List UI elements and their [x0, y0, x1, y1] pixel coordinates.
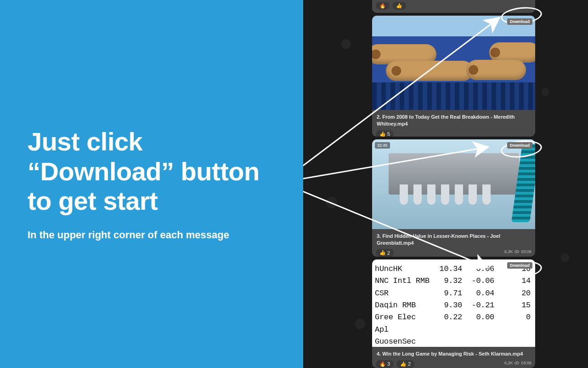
- message-meta: 6,3K 03:06: [504, 249, 531, 254]
- telegram-preview: 🔥 👍 Download 2. From 2008 to Today Get t…: [303, 0, 588, 368]
- reaction-count: 5: [387, 131, 390, 137]
- thumbs-up-icon: 👍: [379, 250, 386, 256]
- reaction-chip[interactable]: 👍 2: [396, 360, 414, 368]
- download-button[interactable]: Download: [507, 142, 532, 149]
- instruction-panel: Just click “Download” button to get star…: [0, 0, 303, 368]
- message-caption: 3. Find Hidden Value in Lesser-Known Pla…: [372, 229, 535, 249]
- reaction-count: 2: [387, 250, 390, 256]
- reaction-count: 2: [408, 361, 411, 367]
- reaction-chip[interactable]: 🔥: [376, 2, 390, 10]
- message-time: 03:06: [521, 249, 531, 254]
- video-duration: 32:45: [375, 142, 390, 149]
- reaction-chip[interactable]: 👍: [392, 2, 406, 10]
- chat-column: 🔥 👍 Download 2. From 2008 to Today Get t…: [372, 0, 535, 368]
- fire-icon: 🔥: [379, 361, 386, 367]
- video-thumbnail[interactable]: [372, 16, 535, 110]
- view-count: 6,3K: [504, 249, 513, 254]
- message-card: Download 2. From 2008 to Today Get the R…: [372, 16, 535, 137]
- view-count: 6,2K: [504, 361, 513, 365]
- download-button[interactable]: Download: [507, 262, 532, 269]
- subline: In the upper right corner of each messag…: [28, 229, 276, 241]
- message-caption: 2. From 2008 to Today Get the Real Break…: [372, 110, 535, 130]
- eye-icon: [514, 250, 519, 253]
- thumbs-up-icon: 👍: [400, 361, 407, 367]
- headline: Just click “Download” button to get star…: [28, 127, 276, 216]
- reactions-row: 👍 5: [372, 130, 535, 137]
- message-meta: 6,2K 03:06: [504, 361, 531, 365]
- reaction-count: 3: [387, 361, 390, 367]
- reaction-chip[interactable]: 👍 2: [376, 249, 394, 256]
- download-button[interactable]: Download: [507, 18, 532, 25]
- message-caption: 4. Win the Long Game by Managing Risk - …: [372, 347, 535, 360]
- eye-icon: [514, 362, 519, 364]
- reaction-chip[interactable]: 👍 5: [376, 130, 394, 137]
- thumbs-up-icon: 👍: [379, 131, 386, 137]
- message-time: 03:06: [521, 361, 531, 365]
- reaction-chip[interactable]: 🔥 3: [376, 360, 394, 368]
